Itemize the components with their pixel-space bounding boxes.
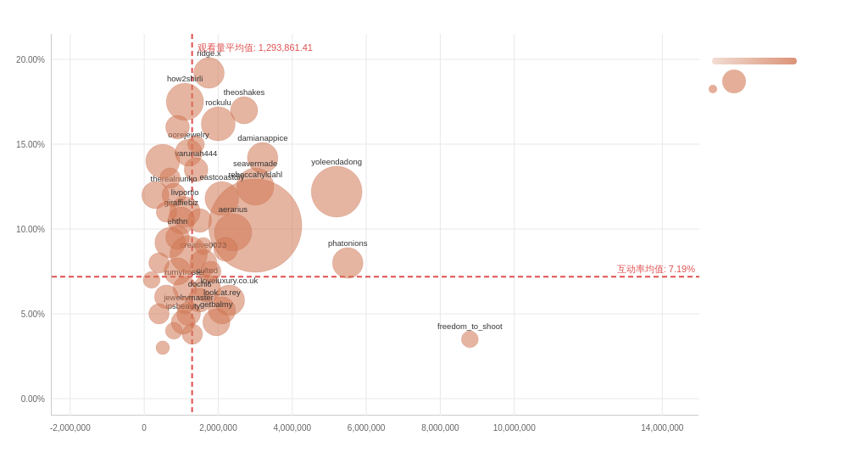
- bubble-label: livportio: [171, 187, 199, 197]
- bubble-label: yoleendadong: [311, 157, 362, 166]
- bubble[interactable]: [311, 166, 362, 217]
- svg-text:14,000,000: 14,000,000: [641, 423, 683, 433]
- svg-text:4,000,000: 4,000,000: [274, 423, 312, 433]
- bubble[interactable]: [332, 248, 363, 278]
- svg-text:8,000,000: 8,000,000: [421, 423, 459, 433]
- bubble-label: rockulu: [205, 98, 231, 107]
- legend-dot-large: [722, 70, 746, 93]
- bubble[interactable]: [203, 309, 230, 336]
- chart-svg: 0.00%5.00%10.00%15.00%20.00%-2,000,00002…: [52, 34, 699, 416]
- bubble[interactable]: [182, 324, 203, 344]
- bubble[interactable]: [156, 341, 170, 355]
- svg-text:20.00%: 20.00%: [16, 55, 45, 64]
- svg-text:10,000,000: 10,000,000: [493, 423, 536, 433]
- svg-text:0: 0: [142, 423, 147, 433]
- bubble-label: damianappice: [237, 133, 287, 142]
- bubble-label: ridge.x: [197, 48, 221, 58]
- bubble[interactable]: [188, 209, 212, 232]
- svg-text:6,000,000: 6,000,000: [348, 423, 386, 433]
- bubble-label: seavermade: [233, 159, 277, 168]
- legend: [709, 51, 853, 93]
- svg-text:-2,000,000: -2,000,000: [50, 423, 91, 433]
- bubble-label: how2shirli: [167, 74, 203, 83]
- bubble[interactable]: [214, 237, 237, 261]
- bubble[interactable]: [194, 58, 225, 88]
- bubble-label: look.at.rey: [203, 288, 241, 297]
- bubble-label: theoshakes: [224, 87, 265, 97]
- svg-text:15.00%: 15.00%: [16, 140, 45, 149]
- legend-dot-small: [709, 85, 717, 93]
- legend-scale: [709, 58, 853, 64]
- svg-text:0.00%: 0.00%: [21, 394, 45, 404]
- bubble[interactable]: [160, 168, 181, 188]
- bubble[interactable]: [165, 115, 189, 139]
- bubble[interactable]: [201, 261, 221, 282]
- svg-text:5.00%: 5.00%: [21, 310, 45, 319]
- legend-gradient-bar: [712, 58, 797, 64]
- svg-text:互动率均值: 7.19%: 互动率均值: 7.19%: [617, 264, 696, 274]
- bubble[interactable]: [166, 83, 203, 120]
- bubble[interactable]: [195, 237, 212, 254]
- bubble-label: freedom_to_shoot: [437, 321, 503, 331]
- bubble[interactable]: [165, 322, 182, 339]
- bubble[interactable]: [176, 297, 193, 314]
- bubble[interactable]: [461, 331, 478, 348]
- bubble-label: getbalmy: [200, 299, 233, 309]
- bubble[interactable]: [164, 258, 191, 285]
- bubble[interactable]: [156, 202, 176, 222]
- bubble-label: phatonions: [328, 238, 368, 248]
- svg-text:10.00%: 10.00%: [16, 225, 45, 234]
- svg-text:2,000,000: 2,000,000: [199, 423, 237, 433]
- chart-container: 0.00%5.00%10.00%15.00%20.00%-2,000,00002…: [0, 0, 868, 458]
- bubble-label: aerarius: [219, 204, 248, 214]
- bubble[interactable]: [149, 304, 170, 324]
- bubble-label: rebeccahyldahl: [228, 170, 282, 179]
- bubble[interactable]: [187, 136, 204, 153]
- chart-area[interactable]: 0.00%5.00%10.00%15.00%20.00%-2,000,00002…: [51, 34, 698, 416]
- bubble[interactable]: [143, 271, 160, 288]
